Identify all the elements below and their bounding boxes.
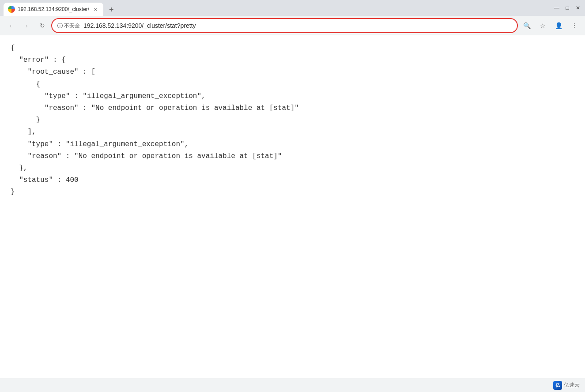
menu-button[interactable]: ⋮ bbox=[567, 19, 581, 33]
address-input[interactable] bbox=[83, 22, 512, 29]
new-tab-button[interactable]: + bbox=[105, 4, 117, 16]
window-controls: — □ ✕ bbox=[553, 4, 581, 11]
minimize-button[interactable]: — bbox=[553, 4, 560, 11]
watermark-logo: 亿 bbox=[553, 381, 562, 390]
close-button[interactable]: ✕ bbox=[574, 4, 581, 11]
maximize-button[interactable]: □ bbox=[564, 4, 571, 11]
tab-favicon bbox=[8, 6, 15, 13]
json-response: { "error" : { "root_cause" : [ { "type" … bbox=[11, 42, 574, 198]
watermark-text: 亿速云 bbox=[564, 381, 580, 389]
browser-window: 192.168.52.134:9200/_cluster/ ✕ + — □ ✕ … bbox=[0, 0, 585, 392]
browser-tab[interactable]: 192.168.52.134:9200/_cluster/ ✕ bbox=[4, 3, 103, 16]
watermark: 亿 亿速云 bbox=[553, 381, 580, 390]
title-bar: 192.168.52.134:9200/_cluster/ ✕ + — □ ✕ bbox=[0, 0, 585, 16]
bottom-bar: 亿 亿速云 bbox=[0, 378, 585, 392]
security-indicator: i 不安全 bbox=[57, 22, 80, 30]
back-button[interactable]: ‹ bbox=[4, 19, 18, 33]
refresh-button[interactable]: ↻ bbox=[35, 19, 49, 33]
tab-close-button[interactable]: ✕ bbox=[92, 6, 99, 13]
svg-text:i: i bbox=[60, 24, 60, 28]
forward-button[interactable]: › bbox=[19, 19, 34, 33]
tab-strip: 192.168.52.134:9200/_cluster/ ✕ + bbox=[4, 0, 553, 16]
profile-button[interactable]: 👤 bbox=[551, 19, 566, 33]
bookmark-button[interactable]: ☆ bbox=[536, 19, 550, 33]
info-icon: i bbox=[57, 23, 63, 28]
address-bar[interactable]: i 不安全 bbox=[51, 18, 518, 33]
content-area: { "error" : { "root_cause" : [ { "type" … bbox=[0, 35, 585, 378]
security-label: 不安全 bbox=[64, 22, 80, 30]
tab-title: 192.168.52.134:9200/_cluster/ bbox=[18, 6, 89, 12]
nav-right-controls: 🔍 ☆ 👤 ⋮ bbox=[520, 19, 581, 33]
nav-bar: ‹ › ↻ i 不安全 🔍 ☆ 👤 ⋮ bbox=[0, 16, 585, 35]
search-button[interactable]: 🔍 bbox=[520, 19, 534, 33]
